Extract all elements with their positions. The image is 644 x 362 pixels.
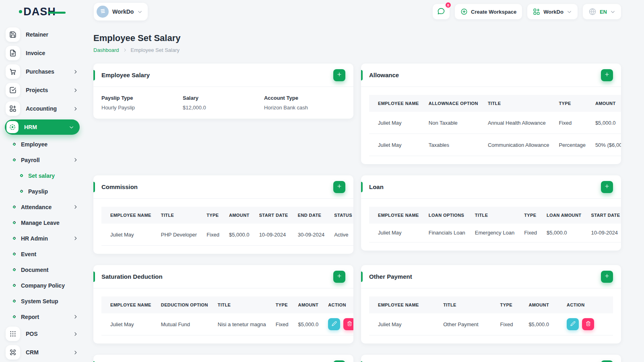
sidebar-item-projects[interactable]: Projects [0,81,85,99]
sidebar-item-set-salary[interactable]: Set salary [0,168,85,183]
edit-button[interactable] [567,318,579,330]
other-payment-table: EMPLOYEE NAMETITLETYPEAMOUNTACTIONJuliet… [369,296,613,335]
chevron-right-icon [73,331,78,337]
sidebar-item-label: HRM [24,124,37,130]
messages-button[interactable]: 0 [433,4,450,19]
sidebar-item-retainer[interactable]: Retainer [0,25,85,44]
crm-icon [6,345,20,360]
action-cell [323,313,353,335]
bullet-icon [12,299,17,303]
table-cell: Communication Allowance [483,134,554,156]
create-workspace-button[interactable]: Create Workspace [455,4,522,19]
breadcrumb: Dashboard Employee Set Salary [93,47,621,53]
table-cell: Juliet May [101,224,156,246]
column-header: STATUS [329,207,353,224]
add-commission-button[interactable] [333,181,345,193]
pencil-icon [570,321,576,327]
language-selector[interactable]: EN [583,4,621,19]
project-icon [6,83,20,97]
table-cell: $5,000.0 [293,313,324,335]
add-company-contribution-button[interactable] [601,360,613,362]
workspace-menu-label: WorkDo [543,9,564,15]
sidebar-item-payslip[interactable]: Payslip [0,183,85,199]
chevron-right-icon [73,314,78,319]
hrm-icon [6,121,19,133]
sidebar-item-accounting[interactable]: Accounting [0,99,85,118]
chevron-down-icon [567,9,572,14]
invoice-icon [6,46,20,60]
breadcrumb-current: Employee Set Salary [131,47,180,53]
bullet-icon [12,158,17,162]
chevron-right-icon [73,204,78,210]
plus-icon [336,273,342,280]
card-accent-bar [93,182,95,192]
sidebar-item-system-setup[interactable]: System Setup [0,293,85,309]
table-cell: Mutual Fund [156,313,213,335]
delete-button[interactable] [582,318,594,330]
messages-badge: 0 [445,2,452,8]
sidebar-item-hrm[interactable]: HRM [5,119,80,135]
allowance-card: Allowance EMPLOYEE NAMEALLOWNACE OPTIONT… [361,64,621,164]
column-header: EMPLOYEE NAME [369,95,424,112]
add-overtime-button[interactable] [333,360,345,362]
topbar: DASH WorkDo 0 Create Workspace WorkDo EN [0,0,644,23]
column-header: TITLE [470,207,519,224]
edit-button[interactable] [328,318,340,330]
sidebar-item-company-policy[interactable]: Company Policy [0,278,85,293]
column-header: ALLOWNACE OPTION [424,95,483,112]
sidebar-item-attendance[interactable]: Attendance [0,199,85,215]
cards-grid: Employee Salary Payslip Type Hourly Pays… [93,64,621,362]
add-saturation-deduction-button[interactable] [333,271,345,283]
sidebar-item-label: Manage Leave [21,220,60,226]
language-label: EN [600,9,607,15]
table-cell: PHP Developer [156,224,202,246]
sidebar-item-employee[interactable]: Employee [0,136,85,152]
workspace-menu-button[interactable]: WorkDo [527,4,578,19]
table-cell: Active [329,224,353,246]
column-header: EMPLOYEE NAME [101,296,156,313]
table-row: Juliet MayTaxablesCommunication Allowanc… [369,134,621,156]
add-employee-salary-button[interactable] [333,69,345,81]
sidebar-item-label: Document [21,267,48,273]
workspace-selector-label: WorkDo [112,8,134,15]
table-row: Juliet MayMutual FundNisi a tenetur magn… [101,313,353,335]
sidebar-item-event[interactable]: Event [0,246,85,262]
saturation-deduction-card: Saturation Deduction EMPLOYEE NAMEDEDUCT… [93,265,353,343]
commission-card: Commission EMPLOYEE NAMETITLETYPEAMOUNTS… [93,175,353,254]
column-header: TITLE [156,207,202,224]
sidebar-item-invoice[interactable]: Invoice [0,44,85,62]
sidebar-item-report[interactable]: Report [0,309,85,325]
add-other-payment-button[interactable] [601,271,613,283]
card-accent-bar [361,70,363,80]
sidebar-item-pos[interactable]: POS [0,325,85,343]
column-header: EMPLOYEE NAME [101,207,156,224]
sidebar-item-payroll[interactable]: Payroll [0,152,85,168]
saturation-deduction-table: EMPLOYEE NAMEDEDUCTION OPTIONTITLETYPEAM… [101,296,353,335]
table-cell: Other Payment [438,313,495,335]
table-cell: Juliet May [101,313,156,335]
sidebar-item-document[interactable]: Document [0,262,85,278]
add-allowance-button[interactable] [601,69,613,81]
card-accent-bar [361,182,363,192]
sidebar-item-crm[interactable]: CRM [0,343,85,362]
sidebar-item-hr-admin[interactable]: HR Admin [0,230,85,246]
sidebar-item-label: Set salary [28,173,55,179]
workspace-selector[interactable]: WorkDo [94,3,148,21]
breadcrumb-dashboard-link[interactable]: Dashboard [93,47,119,53]
add-loan-button[interactable] [601,181,613,193]
sidebar-item-label: Purchases [26,68,54,75]
plus-circle-icon [460,8,468,15]
globe-icon [588,8,597,16]
sidebar-item-purchases[interactable]: Purchases [0,62,85,81]
delete-button[interactable] [343,318,353,330]
bullet-icon [12,284,17,288]
card-title: Other Payment [369,273,412,280]
table-row: Juliet MayOther PaymentFixed$5,000.0 [369,313,613,335]
app-logo[interactable]: DASH [19,6,66,17]
sidebar-item-manage-leave[interactable]: Manage Leave [0,215,85,230]
bullet-icon [12,221,17,225]
trash-icon [586,321,591,327]
chevron-right-icon [73,350,78,355]
plus-icon [604,273,610,280]
sidebar-item-label: POS [26,331,38,337]
